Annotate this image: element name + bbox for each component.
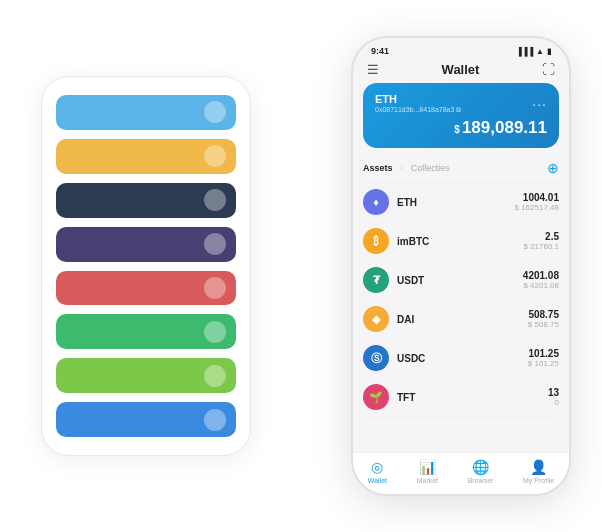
- asset-name: USDC: [397, 353, 528, 364]
- asset-row[interactable]: ◈DAI508.75$ 508.75: [363, 300, 559, 339]
- asset-list: ♦ETH1004.01$ 162517.48₿imBTC2.5$ 21760.1…: [363, 183, 559, 452]
- asset-amount-usd: $ 4201.08: [523, 281, 559, 290]
- bg-card-row: [56, 183, 236, 218]
- asset-icon: ◈: [363, 306, 389, 332]
- scene: 9:41 ▐▐▐ ▲ ▮ ☰ Wallet ⛶ ETH 0x08711d3b: [21, 16, 581, 516]
- card-dot-icon: [204, 189, 226, 211]
- asset-amounts: 2.5$ 21760.1: [523, 231, 559, 251]
- bg-card-row: [56, 402, 236, 437]
- nav-icon: 👤: [530, 459, 547, 475]
- card-dot-icon: [204, 321, 226, 343]
- nav-item-my-profile[interactable]: 👤My Profile: [523, 459, 554, 484]
- card-dot-icon: [204, 409, 226, 431]
- expand-icon[interactable]: ⛶: [542, 62, 555, 77]
- asset-amount-main: 13: [548, 387, 559, 398]
- status-time: 9:41: [371, 46, 389, 56]
- card-dot-icon: [204, 233, 226, 255]
- asset-amount-main: 2.5: [523, 231, 559, 242]
- eth-card-balance: $189,089.11: [375, 118, 547, 138]
- asset-amounts: 130: [548, 387, 559, 407]
- asset-amount-usd: $ 162517.48: [515, 203, 560, 212]
- nav-item-wallet[interactable]: ◎Wallet: [368, 459, 387, 484]
- asset-amount-main: 508.75: [528, 309, 559, 320]
- eth-card[interactable]: ETH 0x08711d3b...8418a78a3 ⧉ ... $189,08…: [363, 83, 559, 148]
- bottom-nav: ◎Wallet📊Market🌐Browser👤My Profile: [353, 452, 569, 494]
- page-title: Wallet: [442, 62, 480, 77]
- bg-card-row: [56, 314, 236, 349]
- assets-header: Assets / Collecties ⊕: [363, 156, 559, 183]
- nav-icon: ◎: [371, 459, 383, 475]
- asset-icon: ₮: [363, 267, 389, 293]
- main-phone: 9:41 ▐▐▐ ▲ ▮ ☰ Wallet ⛶ ETH 0x08711d3b: [351, 36, 571, 496]
- nav-icon: 🌐: [472, 459, 489, 475]
- bg-card-row: [56, 95, 236, 130]
- nav-label: Browser: [468, 477, 494, 484]
- nav-item-market[interactable]: 📊Market: [417, 459, 438, 484]
- nav-item-browser[interactable]: 🌐Browser: [468, 459, 494, 484]
- asset-amounts: 101.25$ 101.25: [528, 348, 559, 368]
- nav-label: Wallet: [368, 477, 387, 484]
- asset-row[interactable]: ₿imBTC2.5$ 21760.1: [363, 222, 559, 261]
- wifi-icon: ▲: [536, 47, 544, 56]
- status-icons: ▐▐▐ ▲ ▮: [516, 47, 551, 56]
- signal-icon: ▐▐▐: [516, 47, 533, 56]
- asset-icon: 🌱: [363, 384, 389, 410]
- tab-assets[interactable]: Assets: [363, 163, 393, 173]
- asset-amount-usd: $ 21760.1: [523, 242, 559, 251]
- add-asset-button[interactable]: ⊕: [547, 160, 559, 176]
- eth-card-label: ETH: [375, 93, 461, 105]
- asset-icon: Ⓢ: [363, 345, 389, 371]
- card-dot-icon: [204, 277, 226, 299]
- status-bar: 9:41 ▐▐▐ ▲ ▮: [353, 38, 569, 58]
- asset-row[interactable]: ₮USDT4201.08$ 4201.08: [363, 261, 559, 300]
- nav-label: My Profile: [523, 477, 554, 484]
- tab-collecties[interactable]: Collecties: [411, 163, 450, 173]
- asset-amount-usd: $ 508.75: [528, 320, 559, 329]
- eth-card-more[interactable]: ...: [532, 93, 547, 109]
- asset-amounts: 4201.08$ 4201.08: [523, 270, 559, 290]
- battery-icon: ▮: [547, 47, 551, 56]
- asset-amounts: 508.75$ 508.75: [528, 309, 559, 329]
- asset-name: DAI: [397, 314, 528, 325]
- asset-amount-usd: 0: [548, 398, 559, 407]
- asset-row[interactable]: ♦ETH1004.01$ 162517.48: [363, 183, 559, 222]
- phone-header: ☰ Wallet ⛶: [353, 58, 569, 83]
- asset-name: imBTC: [397, 236, 523, 247]
- asset-amount-usd: $ 101.25: [528, 359, 559, 368]
- nav-label: Market: [417, 477, 438, 484]
- bg-card-row: [56, 271, 236, 306]
- asset-name: ETH: [397, 197, 515, 208]
- eth-card-address: 0x08711d3b...8418a78a3 ⧉: [375, 106, 461, 114]
- phone-content: ETH 0x08711d3b...8418a78a3 ⧉ ... $189,08…: [353, 83, 569, 452]
- card-dot-icon: [204, 101, 226, 123]
- bg-card-row: [56, 139, 236, 174]
- nav-icon: 📊: [419, 459, 436, 475]
- asset-name: USDT: [397, 275, 523, 286]
- bg-card-row: [56, 358, 236, 393]
- asset-row[interactable]: 🌱TFT130: [363, 378, 559, 417]
- assets-tabs: Assets / Collecties: [363, 163, 450, 173]
- bg-card-row: [56, 227, 236, 262]
- asset-icon: ₿: [363, 228, 389, 254]
- bg-phone: [41, 76, 251, 456]
- asset-name: TFT: [397, 392, 548, 403]
- menu-icon[interactable]: ☰: [367, 62, 379, 77]
- asset-amount-main: 1004.01: [515, 192, 560, 203]
- card-dot-icon: [204, 145, 226, 167]
- asset-row[interactable]: ⓈUSDC101.25$ 101.25: [363, 339, 559, 378]
- asset-amounts: 1004.01$ 162517.48: [515, 192, 560, 212]
- asset-icon: ♦: [363, 189, 389, 215]
- asset-amount-main: 4201.08: [523, 270, 559, 281]
- card-dot-icon: [204, 365, 226, 387]
- asset-amount-main: 101.25: [528, 348, 559, 359]
